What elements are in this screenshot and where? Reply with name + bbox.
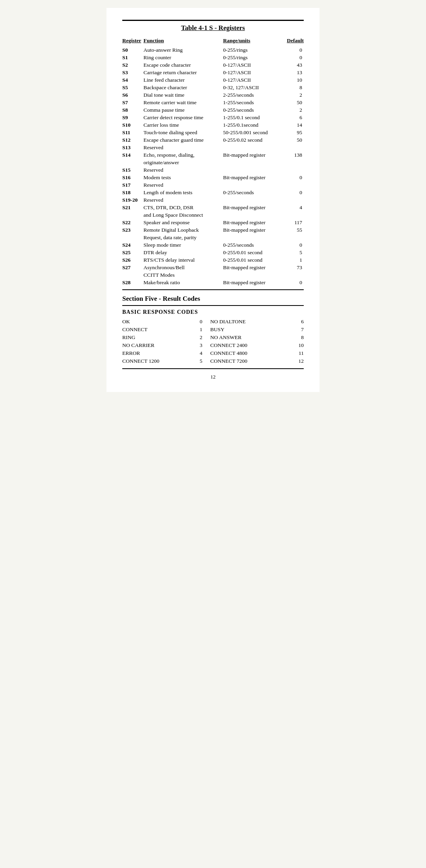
range-cell: 1-255/0.1second bbox=[223, 121, 286, 129]
range-cell: Bit-mapped register bbox=[223, 264, 286, 271]
response-code-name: NO CARRIER bbox=[122, 341, 194, 349]
table-row: S26 RTS/CTS delay interval 0-255/0.01 se… bbox=[122, 256, 304, 264]
table-row: S11 Touch-tone dialing speed 50-255/0.00… bbox=[122, 129, 304, 136]
function-cell: Make/break ratio bbox=[144, 279, 223, 286]
register-cell: S11 bbox=[122, 129, 144, 136]
function-cell: CTS, DTR, DCD, DSR bbox=[144, 204, 223, 211]
range-cell bbox=[223, 144, 286, 151]
function-cell: Escape code character bbox=[144, 61, 223, 69]
range-cell: 0-127/ASCII bbox=[223, 76, 286, 84]
range-cell: 0-255/rings bbox=[223, 54, 286, 61]
register-cell: S23 bbox=[122, 226, 144, 234]
response-code-num: 5 bbox=[194, 357, 210, 365]
response-code-name: OK bbox=[122, 318, 194, 326]
response-code-name2: CONNECT 4800 bbox=[210, 349, 287, 357]
range-cell-empty bbox=[223, 159, 286, 166]
function-cell: Escape character guard time bbox=[144, 136, 223, 144]
range-cell: Bit-mapped register bbox=[223, 174, 286, 181]
default-cell: 14 bbox=[286, 121, 304, 129]
range-cell: 0-127/ASCII bbox=[223, 61, 286, 69]
table-row: S4 Line feed character 0-127/ASCII 10 bbox=[122, 76, 304, 84]
page-number: 12 bbox=[122, 374, 304, 380]
range-cell bbox=[223, 196, 286, 204]
register-cell-empty bbox=[122, 211, 144, 219]
register-cell: S6 bbox=[122, 91, 144, 99]
range-cell-empty bbox=[223, 271, 286, 279]
table-title: Table 4-1 S - Registers bbox=[122, 24, 304, 32]
register-cell: S27 bbox=[122, 264, 144, 271]
default-cell: 8 bbox=[286, 84, 304, 91]
register-cell: S8 bbox=[122, 106, 144, 114]
register-cell: S17 bbox=[122, 181, 144, 189]
register-cell: S3 bbox=[122, 69, 144, 76]
register-cell: S14 bbox=[122, 151, 144, 159]
function-cell: RTS/CTS delay interval bbox=[144, 256, 223, 264]
response-code-name: CONNECT 1200 bbox=[122, 357, 194, 365]
table-row: S16 Modem tests Bit-mapped register 0 bbox=[122, 174, 304, 181]
table-row: S9 Carrier detect response time 1-255/0.… bbox=[122, 114, 304, 121]
register-cell-empty bbox=[122, 234, 144, 241]
function-cell-cont: and Long Space Disconnect bbox=[144, 211, 223, 219]
default-header: Default bbox=[286, 37, 304, 46]
response-code-num2: 12 bbox=[287, 357, 304, 365]
range-cell: 0-255/seconds bbox=[223, 106, 286, 114]
response-rule bbox=[122, 305, 304, 306]
function-cell: Remote carrier wait time bbox=[144, 99, 223, 106]
range-cell: Bit-mapped register bbox=[223, 151, 286, 159]
function-header: Function bbox=[144, 37, 223, 46]
register-cell: S19-20 bbox=[122, 196, 144, 204]
table-row: S22 Speaker and response Bit-mapped regi… bbox=[122, 219, 304, 226]
table-row: S21 CTS, DTR, DCD, DSR Bit-mapped regist… bbox=[122, 204, 304, 211]
table-row: S15 Reserved bbox=[122, 166, 304, 174]
range-cell: Bit-mapped register bbox=[223, 279, 286, 286]
response-row: NO CARRIER 3 CONNECT 2400 10 bbox=[122, 341, 304, 349]
response-code-name: RING bbox=[122, 334, 194, 341]
register-cell: S25 bbox=[122, 249, 144, 256]
response-code-name: CONNECT bbox=[122, 326, 194, 334]
table-row: S5 Backspace character 0-32, 127/ASCII 8 bbox=[122, 84, 304, 91]
table-row: S2 Escape code character 0-127/ASCII 43 bbox=[122, 61, 304, 69]
register-cell: S9 bbox=[122, 114, 144, 121]
table-row: S18 Length of modem tests 0-255/seconds … bbox=[122, 189, 304, 196]
response-code-num2: 8 bbox=[287, 334, 304, 341]
register-cell: S18 bbox=[122, 189, 144, 196]
range-cell: Bit-mapped register bbox=[223, 219, 286, 226]
default-cell: 5 bbox=[286, 249, 304, 256]
table-row: S25 DTR delay 0-255/0.01 second 5 bbox=[122, 249, 304, 256]
table-row: S1 Ring counter 0-255/rings 0 bbox=[122, 54, 304, 61]
range-cell: 0-255/seconds bbox=[223, 241, 286, 249]
response-code-name2: CONNECT 2400 bbox=[210, 341, 287, 349]
function-cell: Length of modem tests bbox=[144, 189, 223, 196]
function-cell: Sleep mode timer bbox=[144, 241, 223, 249]
default-cell: 0 bbox=[286, 174, 304, 181]
range-cell: 1-255/seconds bbox=[223, 99, 286, 106]
range-cell-empty bbox=[223, 211, 286, 219]
register-cell: S28 bbox=[122, 279, 144, 286]
response-code-name2: NO DIALTONE bbox=[210, 318, 287, 326]
default-cell: 0 bbox=[286, 241, 304, 249]
default-cell-empty bbox=[286, 211, 304, 219]
response-row: CONNECT 1 BUSY 7 bbox=[122, 326, 304, 334]
function-cell: Carrier detect response time bbox=[144, 114, 223, 121]
response-code-num: 2 bbox=[194, 334, 210, 341]
default-cell: 55 bbox=[286, 226, 304, 234]
function-cell: Comma pause time bbox=[144, 106, 223, 114]
response-code-num: 0 bbox=[194, 318, 210, 326]
function-cell-cont: originate/answer bbox=[144, 159, 223, 166]
table-row: S14 Echo, response, dialing, Bit-mapped … bbox=[122, 151, 304, 159]
response-code-num2: 10 bbox=[287, 341, 304, 349]
response-row: CONNECT 1200 5 CONNECT 7200 12 bbox=[122, 357, 304, 365]
default-cell: 95 bbox=[286, 129, 304, 136]
response-row: ERROR 4 CONNECT 4800 11 bbox=[122, 349, 304, 357]
function-cell: Speaker and response bbox=[144, 219, 223, 226]
s-registers-table: Register Function Range/units Default S0… bbox=[122, 37, 304, 286]
response-code-name: ERROR bbox=[122, 349, 194, 357]
default-cell: 50 bbox=[286, 136, 304, 144]
default-cell bbox=[286, 144, 304, 151]
function-cell: Reserved bbox=[144, 144, 223, 151]
register-cell: S12 bbox=[122, 136, 144, 144]
default-cell: 0 bbox=[286, 279, 304, 286]
table-row: S28 Make/break ratio Bit-mapped register… bbox=[122, 279, 304, 286]
range-cell: 50-255/0.001 second bbox=[223, 129, 286, 136]
register-cell: S24 bbox=[122, 241, 144, 249]
